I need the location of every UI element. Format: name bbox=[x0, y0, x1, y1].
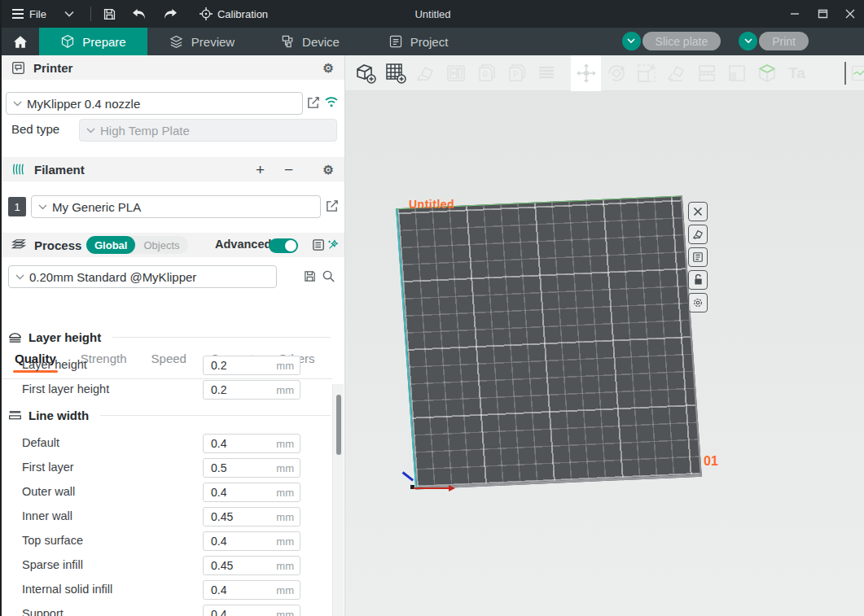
edit-filament-icon[interactable] bbox=[325, 199, 339, 213]
scope-global[interactable]: Global bbox=[86, 236, 135, 254]
variable-layer-height-button[interactable] bbox=[851, 55, 864, 91]
plate-name-label[interactable]: Untitled bbox=[409, 198, 454, 211]
printer-preset-select[interactable]: MyKlipper 0.4 nozzle bbox=[6, 92, 303, 115]
scrollbar-thumb[interactable] bbox=[336, 395, 341, 455]
setting-unit: mm bbox=[276, 462, 300, 474]
search-preset-icon[interactable] bbox=[322, 269, 336, 283]
support-line-width-input[interactable] bbox=[204, 608, 267, 616]
arrange-button[interactable] bbox=[441, 55, 471, 91]
filament-preset-select[interactable]: My Generic PLA bbox=[31, 195, 321, 218]
orient-plate-button[interactable] bbox=[688, 225, 708, 244]
build-plate[interactable] bbox=[396, 195, 702, 489]
top-surface-line-width-input[interactable] bbox=[204, 535, 267, 548]
import-objects-button[interactable]: 0 bbox=[471, 55, 501, 91]
scale-tool-button[interactable] bbox=[631, 55, 661, 91]
place-on-face-button[interactable] bbox=[661, 55, 691, 91]
remove-filament-button[interactable]: − bbox=[284, 162, 293, 177]
file-menu-expander[interactable] bbox=[53, 0, 86, 28]
auto-orient-button[interactable] bbox=[410, 55, 441, 91]
settings-sidebar: Printer ⚙ MyKlipper 0.4 nozzle Bed type … bbox=[2, 55, 345, 616]
tab-preview[interactable]: Preview bbox=[147, 28, 256, 55]
paint-cube-button[interactable] bbox=[752, 55, 782, 91]
top-surface-line-width-box: mm bbox=[203, 531, 300, 551]
wifi-connection-icon[interactable] bbox=[324, 96, 339, 107]
print-action: Print bbox=[739, 32, 809, 50]
save-button[interactable] bbox=[96, 0, 123, 28]
cut-tool-button[interactable] bbox=[691, 55, 721, 91]
layer-height-group-title: Layer height bbox=[29, 330, 101, 344]
z-axis-arrow bbox=[402, 471, 414, 481]
add-plate-button[interactable] bbox=[380, 55, 410, 91]
plate-settings-button[interactable] bbox=[688, 293, 708, 312]
layer-height-input[interactable] bbox=[204, 359, 267, 372]
home-button[interactable] bbox=[2, 28, 39, 55]
file-menu-label: File bbox=[29, 8, 46, 20]
outer-wall-line-width-input[interactable] bbox=[204, 486, 267, 499]
redo-icon bbox=[163, 8, 178, 20]
minimize-icon bbox=[790, 9, 800, 19]
lock-plate-button[interactable] bbox=[688, 270, 708, 290]
svg-text:0: 0 bbox=[483, 70, 488, 79]
add-filament-button[interactable]: + bbox=[256, 162, 265, 177]
slice-plate-button[interactable]: Slice plate bbox=[643, 32, 721, 50]
maximize-button[interactable] bbox=[809, 0, 836, 28]
print-dropdown-button[interactable] bbox=[739, 32, 757, 50]
titlebar: File Calibration Untitled bbox=[2, 0, 864, 28]
inner-wall-line-width-input[interactable] bbox=[204, 510, 267, 523]
fill-color-button[interactable] bbox=[721, 55, 752, 91]
slice-dropdown-button[interactable] bbox=[622, 32, 641, 50]
chevron-down-icon bbox=[744, 38, 752, 44]
filament-settings-gear-icon[interactable]: ⚙ bbox=[323, 164, 334, 176]
process-preset-select[interactable]: 0.20mm Standard @MyKlipper bbox=[8, 265, 277, 288]
setting-input-box: mm bbox=[203, 356, 300, 375]
setting-row: Outer wall mm bbox=[2, 483, 332, 502]
line-width-group-header: Line width bbox=[8, 408, 331, 422]
scope-objects[interactable]: Objects bbox=[135, 236, 187, 254]
tab-device[interactable]: Device bbox=[256, 28, 364, 55]
build-canvas[interactable]: Untitled 01 bbox=[345, 91, 864, 616]
advanced-toggle[interactable] bbox=[269, 238, 298, 253]
plate-arrange-button[interactable] bbox=[688, 247, 708, 267]
magic-wand-icon[interactable] bbox=[327, 238, 340, 251]
viewport-3d[interactable]: 0 P bbox=[345, 55, 864, 616]
minimize-button[interactable] bbox=[781, 0, 809, 28]
layers-stack-button[interactable] bbox=[531, 55, 561, 91]
default-line-width-input[interactable] bbox=[204, 437, 267, 450]
undo-button[interactable] bbox=[123, 0, 155, 28]
redo-button[interactable] bbox=[155, 0, 186, 28]
setting-unit: mm bbox=[276, 584, 300, 596]
internal-solid-infill-line-width-box: mm bbox=[203, 580, 300, 600]
add-object-button[interactable] bbox=[350, 55, 380, 91]
parameter-list-icon[interactable] bbox=[312, 238, 325, 251]
bed-type-select[interactable]: High Temp Plate bbox=[79, 119, 337, 142]
sparse-infill-line-width-input[interactable] bbox=[204, 559, 267, 572]
edit-printer-icon[interactable] bbox=[306, 96, 320, 110]
delete-plate-button[interactable] bbox=[688, 202, 708, 221]
import-plates-button[interactable]: P bbox=[501, 55, 531, 91]
save-preset-icon[interactable] bbox=[303, 269, 317, 283]
internal-solid-infill-line-width-input[interactable] bbox=[204, 583, 267, 596]
lock-open-icon bbox=[693, 274, 704, 286]
layers-stack-icon bbox=[535, 62, 558, 85]
sidebar-scrollbar[interactable] bbox=[332, 384, 344, 616]
process-scope-toggle: Global Objects bbox=[86, 236, 188, 254]
setting-label: Outer wall bbox=[22, 485, 75, 498]
chevron-down-icon bbox=[38, 204, 47, 210]
orient-plate-icon bbox=[692, 229, 704, 240]
close-button[interactable] bbox=[836, 0, 864, 28]
calibration-button[interactable]: Calibration bbox=[186, 0, 274, 28]
rotate-tool-button[interactable] bbox=[601, 55, 631, 91]
chevron-down-icon bbox=[86, 128, 95, 133]
plate-actions: Slice plate Print bbox=[622, 32, 809, 50]
move-tool-button[interactable] bbox=[571, 55, 601, 91]
print-button[interactable]: Print bbox=[759, 32, 809, 50]
filament-slot-badge[interactable]: 1 bbox=[8, 197, 26, 216]
first-layer-height-input[interactable] bbox=[204, 383, 267, 396]
setting-row: Support mm bbox=[2, 605, 332, 616]
first-layer-line-width-input[interactable] bbox=[204, 461, 267, 474]
tab-project[interactable]: Project bbox=[364, 28, 472, 55]
printer-settings-gear-icon[interactable]: ⚙ bbox=[323, 62, 334, 74]
file-menu[interactable]: File bbox=[2, 0, 53, 28]
text-tool-button[interactable]: Ta bbox=[782, 55, 812, 91]
tab-prepare[interactable]: Prepare bbox=[39, 28, 147, 55]
